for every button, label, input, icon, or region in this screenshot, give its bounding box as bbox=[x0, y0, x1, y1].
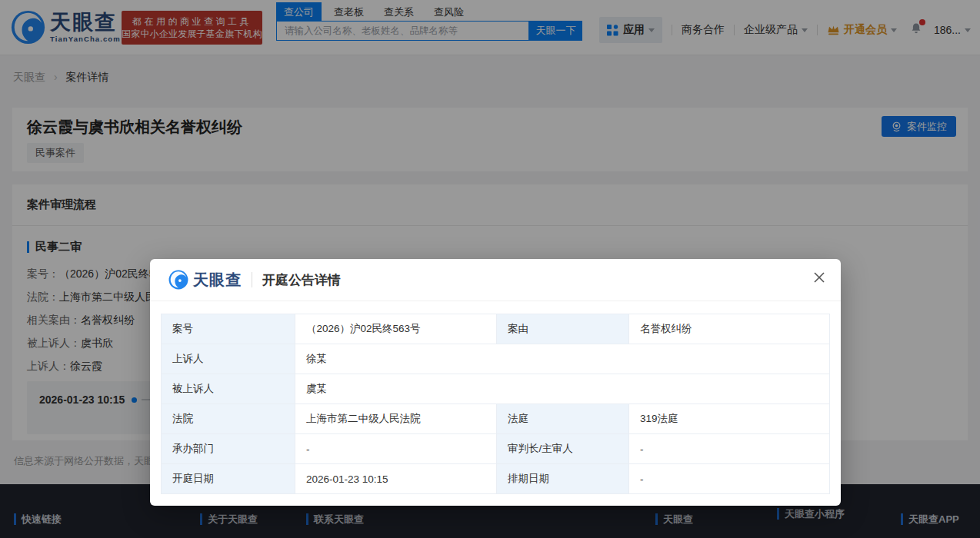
table-cell-value: - bbox=[629, 434, 830, 464]
close-icon bbox=[812, 270, 827, 285]
table-cell-label: 开庭日期 bbox=[162, 464, 295, 494]
hearing-detail-table: 案号（2026）沪02民终563号案由名誉权纠纷上诉人徐某被上诉人虞某法院上海市… bbox=[161, 314, 830, 494]
table-row: 承办部门-审判长/主审人- bbox=[162, 434, 830, 464]
table-cell-value: 319法庭 bbox=[629, 404, 830, 434]
table-row: 案号（2026）沪02民终563号案由名誉权纠纷 bbox=[162, 314, 830, 344]
table-cell-value: （2026）沪02民终563号 bbox=[295, 314, 497, 344]
table-cell-label: 承办部门 bbox=[162, 434, 295, 464]
table-cell-label: 法庭 bbox=[497, 404, 629, 434]
tianyancha-logo-icon bbox=[168, 270, 188, 290]
modal-brand-name: 天眼查 bbox=[193, 270, 242, 291]
table-cell-value: 2026-01-23 10:15 bbox=[295, 464, 497, 494]
table-cell-label: 案号 bbox=[162, 314, 295, 344]
hearing-detail-modal: 天眼查 开庭公告详情 案号（2026）沪02民终563号案由名誉权纠纷上诉人徐某… bbox=[150, 259, 841, 506]
table-cell-value: - bbox=[295, 434, 497, 464]
table-cell-label: 审判长/主审人 bbox=[497, 434, 629, 464]
table-cell-value: 名誉权纠纷 bbox=[629, 314, 830, 344]
table-cell-value: - bbox=[629, 464, 830, 494]
table-row: 开庭日期2026-01-23 10:15排期日期- bbox=[162, 464, 830, 494]
table-row: 上诉人徐某 bbox=[162, 344, 830, 374]
table-cell-label: 案由 bbox=[497, 314, 629, 344]
divider bbox=[252, 272, 252, 287]
modal-header: 天眼查 开庭公告详情 bbox=[150, 259, 841, 301]
table-row: 法院上海市第二中级人民法院法庭319法庭 bbox=[162, 404, 830, 434]
table-cell-label: 上诉人 bbox=[162, 344, 295, 374]
table-row: 被上诉人虞某 bbox=[162, 374, 830, 404]
table-cell-value: 虞某 bbox=[295, 374, 830, 404]
table-cell-label: 法院 bbox=[162, 404, 295, 434]
table-cell-label: 被上诉人 bbox=[162, 374, 295, 404]
page: 天眼查 TianYanCha.com 都在用的商业查询工具 国家中小企业发展子基… bbox=[0, 0, 980, 538]
table-cell-value: 徐某 bbox=[295, 344, 830, 374]
modal-title: 开庭公告详情 bbox=[262, 271, 341, 289]
close-button[interactable] bbox=[811, 270, 828, 287]
table-cell-value: 上海市第二中级人民法院 bbox=[295, 404, 497, 434]
table-cell-label: 排期日期 bbox=[497, 464, 629, 494]
